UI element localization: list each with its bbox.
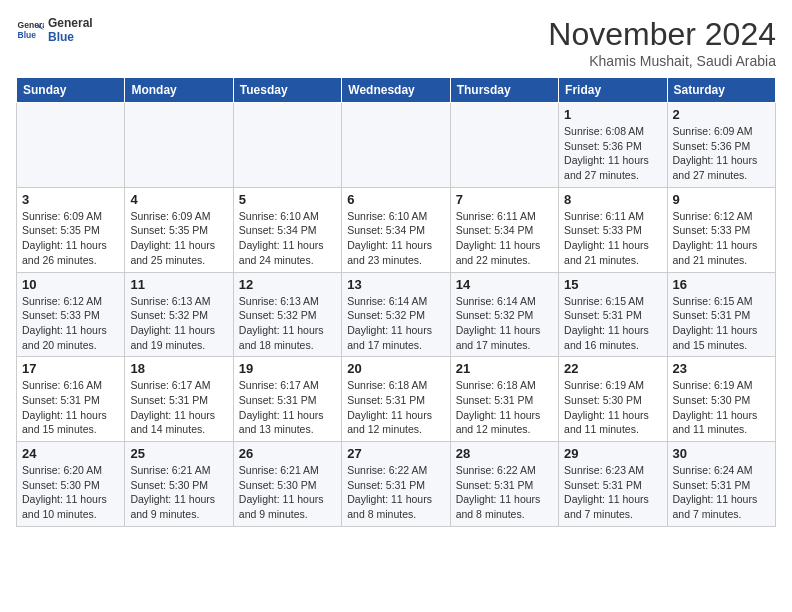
- day-number: 2: [673, 107, 770, 122]
- day-number: 6: [347, 192, 444, 207]
- day-info: Sunrise: 6:13 AMSunset: 5:32 PMDaylight:…: [130, 294, 227, 353]
- calendar-cell: [233, 103, 341, 188]
- calendar-cell: [342, 103, 450, 188]
- day-info: Sunrise: 6:21 AMSunset: 5:30 PMDaylight:…: [130, 463, 227, 522]
- day-info: Sunrise: 6:18 AMSunset: 5:31 PMDaylight:…: [456, 378, 553, 437]
- day-info: Sunrise: 6:09 AMSunset: 5:35 PMDaylight:…: [22, 209, 119, 268]
- day-number: 8: [564, 192, 661, 207]
- day-number: 13: [347, 277, 444, 292]
- calendar-week-4: 17Sunrise: 6:16 AMSunset: 5:31 PMDayligh…: [17, 357, 776, 442]
- day-number: 16: [673, 277, 770, 292]
- calendar-cell: 7Sunrise: 6:11 AMSunset: 5:34 PMDaylight…: [450, 187, 558, 272]
- calendar-cell: [17, 103, 125, 188]
- day-info: Sunrise: 6:11 AMSunset: 5:33 PMDaylight:…: [564, 209, 661, 268]
- calendar-table: SundayMondayTuesdayWednesdayThursdayFrid…: [16, 77, 776, 527]
- calendar-cell: 16Sunrise: 6:15 AMSunset: 5:31 PMDayligh…: [667, 272, 775, 357]
- calendar-cell: 13Sunrise: 6:14 AMSunset: 5:32 PMDayligh…: [342, 272, 450, 357]
- day-header-tuesday: Tuesday: [233, 78, 341, 103]
- day-number: 23: [673, 361, 770, 376]
- day-info: Sunrise: 6:08 AMSunset: 5:36 PMDaylight:…: [564, 124, 661, 183]
- calendar-cell: [450, 103, 558, 188]
- day-number: 30: [673, 446, 770, 461]
- calendar-cell: 18Sunrise: 6:17 AMSunset: 5:31 PMDayligh…: [125, 357, 233, 442]
- calendar-cell: 1Sunrise: 6:08 AMSunset: 5:36 PMDaylight…: [559, 103, 667, 188]
- day-number: 17: [22, 361, 119, 376]
- day-info: Sunrise: 6:24 AMSunset: 5:31 PMDaylight:…: [673, 463, 770, 522]
- calendar-cell: 3Sunrise: 6:09 AMSunset: 5:35 PMDaylight…: [17, 187, 125, 272]
- logo-icon: General Blue: [16, 16, 44, 44]
- day-number: 1: [564, 107, 661, 122]
- day-header-thursday: Thursday: [450, 78, 558, 103]
- calendar-cell: 10Sunrise: 6:12 AMSunset: 5:33 PMDayligh…: [17, 272, 125, 357]
- calendar-cell: 25Sunrise: 6:21 AMSunset: 5:30 PMDayligh…: [125, 442, 233, 527]
- logo-general: General: [48, 16, 93, 30]
- calendar-cell: 26Sunrise: 6:21 AMSunset: 5:30 PMDayligh…: [233, 442, 341, 527]
- day-number: 7: [456, 192, 553, 207]
- calendar-week-5: 24Sunrise: 6:20 AMSunset: 5:30 PMDayligh…: [17, 442, 776, 527]
- calendar-cell: 21Sunrise: 6:18 AMSunset: 5:31 PMDayligh…: [450, 357, 558, 442]
- calendar-cell: 20Sunrise: 6:18 AMSunset: 5:31 PMDayligh…: [342, 357, 450, 442]
- calendar-cell: 30Sunrise: 6:24 AMSunset: 5:31 PMDayligh…: [667, 442, 775, 527]
- calendar-cell: 12Sunrise: 6:13 AMSunset: 5:32 PMDayligh…: [233, 272, 341, 357]
- svg-text:General: General: [18, 21, 44, 31]
- day-number: 26: [239, 446, 336, 461]
- day-number: 3: [22, 192, 119, 207]
- calendar-cell: 15Sunrise: 6:15 AMSunset: 5:31 PMDayligh…: [559, 272, 667, 357]
- day-info: Sunrise: 6:10 AMSunset: 5:34 PMDaylight:…: [239, 209, 336, 268]
- day-number: 4: [130, 192, 227, 207]
- day-info: Sunrise: 6:09 AMSunset: 5:35 PMDaylight:…: [130, 209, 227, 268]
- calendar-cell: 19Sunrise: 6:17 AMSunset: 5:31 PMDayligh…: [233, 357, 341, 442]
- logo-blue: Blue: [48, 30, 93, 44]
- day-info: Sunrise: 6:16 AMSunset: 5:31 PMDaylight:…: [22, 378, 119, 437]
- calendar-cell: [125, 103, 233, 188]
- day-number: 20: [347, 361, 444, 376]
- day-number: 5: [239, 192, 336, 207]
- calendar-cell: 4Sunrise: 6:09 AMSunset: 5:35 PMDaylight…: [125, 187, 233, 272]
- logo: General Blue General Blue: [16, 16, 93, 45]
- day-info: Sunrise: 6:15 AMSunset: 5:31 PMDaylight:…: [673, 294, 770, 353]
- day-info: Sunrise: 6:11 AMSunset: 5:34 PMDaylight:…: [456, 209, 553, 268]
- day-info: Sunrise: 6:12 AMSunset: 5:33 PMDaylight:…: [673, 209, 770, 268]
- day-number: 14: [456, 277, 553, 292]
- day-number: 15: [564, 277, 661, 292]
- calendar-week-3: 10Sunrise: 6:12 AMSunset: 5:33 PMDayligh…: [17, 272, 776, 357]
- calendar-cell: 17Sunrise: 6:16 AMSunset: 5:31 PMDayligh…: [17, 357, 125, 442]
- day-info: Sunrise: 6:20 AMSunset: 5:30 PMDaylight:…: [22, 463, 119, 522]
- day-info: Sunrise: 6:22 AMSunset: 5:31 PMDaylight:…: [456, 463, 553, 522]
- svg-text:Blue: Blue: [18, 30, 37, 40]
- calendar-cell: 23Sunrise: 6:19 AMSunset: 5:30 PMDayligh…: [667, 357, 775, 442]
- day-info: Sunrise: 6:09 AMSunset: 5:36 PMDaylight:…: [673, 124, 770, 183]
- day-number: 10: [22, 277, 119, 292]
- title-block: November 2024 Khamis Mushait, Saudi Arab…: [548, 16, 776, 69]
- day-number: 22: [564, 361, 661, 376]
- day-info: Sunrise: 6:19 AMSunset: 5:30 PMDaylight:…: [673, 378, 770, 437]
- calendar-cell: 24Sunrise: 6:20 AMSunset: 5:30 PMDayligh…: [17, 442, 125, 527]
- day-info: Sunrise: 6:15 AMSunset: 5:31 PMDaylight:…: [564, 294, 661, 353]
- day-number: 19: [239, 361, 336, 376]
- month-title: November 2024: [548, 16, 776, 53]
- calendar-week-2: 3Sunrise: 6:09 AMSunset: 5:35 PMDaylight…: [17, 187, 776, 272]
- calendar-cell: 29Sunrise: 6:23 AMSunset: 5:31 PMDayligh…: [559, 442, 667, 527]
- day-info: Sunrise: 6:14 AMSunset: 5:32 PMDaylight:…: [347, 294, 444, 353]
- calendar-cell: 22Sunrise: 6:19 AMSunset: 5:30 PMDayligh…: [559, 357, 667, 442]
- calendar-cell: 5Sunrise: 6:10 AMSunset: 5:34 PMDaylight…: [233, 187, 341, 272]
- day-number: 11: [130, 277, 227, 292]
- day-number: 9: [673, 192, 770, 207]
- calendar-week-1: 1Sunrise: 6:08 AMSunset: 5:36 PMDaylight…: [17, 103, 776, 188]
- calendar-cell: 27Sunrise: 6:22 AMSunset: 5:31 PMDayligh…: [342, 442, 450, 527]
- calendar-body: 1Sunrise: 6:08 AMSunset: 5:36 PMDaylight…: [17, 103, 776, 527]
- day-header-sunday: Sunday: [17, 78, 125, 103]
- day-info: Sunrise: 6:13 AMSunset: 5:32 PMDaylight:…: [239, 294, 336, 353]
- calendar-cell: 14Sunrise: 6:14 AMSunset: 5:32 PMDayligh…: [450, 272, 558, 357]
- page-header: General Blue General Blue November 2024 …: [16, 16, 776, 69]
- day-info: Sunrise: 6:17 AMSunset: 5:31 PMDaylight:…: [130, 378, 227, 437]
- day-header-saturday: Saturday: [667, 78, 775, 103]
- day-number: 29: [564, 446, 661, 461]
- day-number: 21: [456, 361, 553, 376]
- day-info: Sunrise: 6:18 AMSunset: 5:31 PMDaylight:…: [347, 378, 444, 437]
- calendar-cell: 9Sunrise: 6:12 AMSunset: 5:33 PMDaylight…: [667, 187, 775, 272]
- calendar-cell: 2Sunrise: 6:09 AMSunset: 5:36 PMDaylight…: [667, 103, 775, 188]
- day-info: Sunrise: 6:22 AMSunset: 5:31 PMDaylight:…: [347, 463, 444, 522]
- day-info: Sunrise: 6:19 AMSunset: 5:30 PMDaylight:…: [564, 378, 661, 437]
- day-info: Sunrise: 6:10 AMSunset: 5:34 PMDaylight:…: [347, 209, 444, 268]
